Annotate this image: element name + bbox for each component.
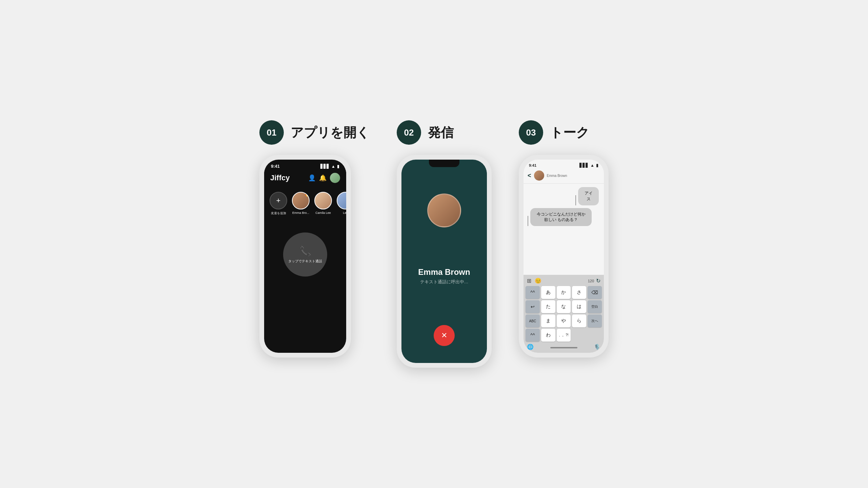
phone-2-shell: Emma Brown テキスト通話に呼出中… ✕ xyxy=(397,155,492,368)
wifi-icon: ▲ xyxy=(331,164,335,169)
key-a[interactable]: あ xyxy=(541,286,555,299)
phone-3-screen: 9:41 ▋▋▋ ▲ ▮ < Emma Brown xyxy=(524,160,604,353)
app-title: Jiffcy xyxy=(270,174,290,182)
key-ka[interactable]: か xyxy=(557,286,571,299)
chat-time: 9:41 xyxy=(529,163,536,167)
chat-header: < Emma Brown xyxy=(524,169,604,184)
friend-item-1[interactable]: 🔥 Emma Bro... xyxy=(292,192,310,215)
call-label: タップでテキスト通話 xyxy=(288,259,322,264)
message-divider-2 xyxy=(528,216,528,226)
message-divider xyxy=(575,195,576,205)
phone-1-screen: 9:41 ▋▋▋ ▲ ▮ Jiffcy 👤 🔔 xyxy=(264,160,346,353)
friend-avatar-3 xyxy=(337,192,346,209)
add-friend-button[interactable]: + xyxy=(270,192,287,209)
home-indicator xyxy=(550,347,577,348)
friend-avatar-2 xyxy=(314,192,332,209)
key-ta[interactable]: た xyxy=(541,300,555,313)
friend-name-3: Leo xyxy=(343,211,346,215)
char-counter: 120 xyxy=(588,279,594,283)
contact-name: Emma Brown xyxy=(547,174,567,178)
contact-avatar xyxy=(534,170,544,181)
key-space[interactable]: 空白 xyxy=(588,300,602,313)
key-shift[interactable]: ^^ xyxy=(526,286,540,299)
add-friend-item[interactable]: + 友達を追加 xyxy=(270,192,287,216)
calling-status: テキスト通話に呼出中… xyxy=(418,279,470,285)
friends-row: + 友達を追加 🔥 Emma Bro... Camila Lee xyxy=(264,185,346,219)
signal-icon: ▋▋▋ xyxy=(320,164,330,169)
main-container: 01 アプリを開く 9:41 ▋▋▋ ▲ ▮ Jiffcy xyxy=(232,100,636,388)
key-ya[interactable]: や xyxy=(557,314,571,327)
step-1-header: 01 アプリを開く xyxy=(259,120,370,145)
chat-signal-icons: ▋▋▋ ▲ ▮ xyxy=(579,163,598,168)
key-ra[interactable]: ら xyxy=(572,314,586,327)
contact-info: Emma Brown xyxy=(547,174,567,178)
app-header: Jiffcy 👤 🔔 xyxy=(264,170,346,185)
key-return[interactable]: ↩ xyxy=(526,300,540,313)
person-add-icon[interactable]: 👤 xyxy=(308,174,316,182)
chat-status-bar: 9:41 ▋▋▋ ▲ ▮ xyxy=(524,160,604,169)
key-shift-2[interactable]: ^^ xyxy=(526,329,540,342)
calling-avatar xyxy=(427,194,461,227)
phone-2-screen: Emma Brown テキスト通話に呼出中… ✕ xyxy=(401,160,487,363)
keyboard-grid-icon[interactable]: ⊞ xyxy=(527,278,531,284)
step-2: 02 発信 Emma Brown テキスト通話に呼出中… ✕ xyxy=(397,120,492,368)
chat-battery-icon: ▮ xyxy=(596,163,598,168)
signal-icons-1: ▋▋▋ ▲ ▮ xyxy=(320,164,339,169)
key-ha[interactable]: は xyxy=(572,300,586,313)
phone-icon: 📞 xyxy=(299,246,311,257)
phone-3-shell: 9:41 ▋▋▋ ▲ ▮ < Emma Brown xyxy=(519,155,609,358)
step-1-number: 01 xyxy=(259,120,284,145)
key-punct[interactable]: 、。?! xyxy=(557,329,571,342)
phone-1-shell: 9:41 ▋▋▋ ▲ ▮ Jiffcy 👤 🔔 xyxy=(259,155,351,358)
chat-signal-icon: ▋▋▋ xyxy=(579,163,589,168)
message-2: 今コンビニなんだけど何か欲しい ものある？ xyxy=(530,208,592,226)
sticker-icon[interactable]: 😊 xyxy=(535,278,541,284)
end-call-icon: ✕ xyxy=(441,331,447,340)
step-3-number: 03 xyxy=(519,120,543,145)
keyboard-toolbar: ⊞ 😊 120 ↻ xyxy=(526,278,602,286)
keyboard-grid: ^^ あ か さ ⌫ ↩ た な は 空白 ABC ま や xyxy=(526,286,602,342)
end-call-button[interactable]: ✕ xyxy=(434,325,455,346)
message-1: アイス xyxy=(578,187,599,205)
friend-item-3[interactable]: Leo xyxy=(337,192,346,215)
globe-icon[interactable]: 🌐 xyxy=(527,344,534,350)
mic-icon[interactable]: 🎙️ xyxy=(594,344,600,350)
step-3-title: トーク xyxy=(550,124,589,141)
notch-1 xyxy=(290,160,320,167)
step-3: 03 トーク 9:41 ▋▋▋ ▲ ▮ < xyxy=(519,120,609,358)
friend-name-1: Emma Bro... xyxy=(292,211,309,215)
friend-avatar-1: 🔥 xyxy=(292,192,310,209)
step-1: 01 アプリを開く 9:41 ▋▋▋ ▲ ▮ Jiffcy xyxy=(259,120,370,358)
key-backspace[interactable]: ⌫ xyxy=(588,286,602,299)
friend-name-2: Camila Lee xyxy=(315,211,331,215)
add-friend-label: 友達を追加 xyxy=(271,211,286,216)
key-next[interactable]: 次へ xyxy=(588,314,602,327)
friend-item-2[interactable]: Camila Lee xyxy=(314,192,332,215)
call-section: 📞 タップでテキスト通話 xyxy=(264,219,346,283)
step-2-title: 発信 xyxy=(428,124,454,141)
key-sa[interactable]: さ xyxy=(572,286,586,299)
key-na[interactable]: な xyxy=(557,300,571,313)
toolbar-left: ⊞ 😊 xyxy=(527,278,541,284)
step-2-number: 02 xyxy=(397,120,421,145)
header-icons: 👤 🔔 xyxy=(308,173,340,183)
user-avatar[interactable] xyxy=(330,173,340,183)
toolbar-right: 120 ↻ xyxy=(588,278,600,284)
notch-2 xyxy=(429,160,459,167)
time-1: 9:41 xyxy=(271,164,280,169)
key-abc[interactable]: ABC xyxy=(526,314,540,327)
refresh-icon[interactable]: ↻ xyxy=(596,278,600,284)
calling-info: Emma Brown テキスト通話に呼出中… xyxy=(418,267,470,285)
fire-emoji: 🔥 xyxy=(304,192,310,197)
step-1-title: アプリを開く xyxy=(291,124,370,141)
call-button[interactable]: 📞 タップでテキスト通話 xyxy=(283,232,327,277)
chat-messages: アイス 今コンビニなんだけど何か欲しい ものある？ xyxy=(524,184,604,275)
step-2-header: 02 発信 xyxy=(397,120,454,145)
key-wa[interactable]: わ xyxy=(541,329,555,342)
back-button[interactable]: < xyxy=(528,172,531,179)
key-ma[interactable]: ま xyxy=(541,314,555,327)
keyboard-bottom: 🌐 🎙️ xyxy=(526,342,602,350)
battery-icon: ▮ xyxy=(337,164,339,169)
bell-icon[interactable]: 🔔 xyxy=(319,174,327,182)
step-3-header: 03 トーク xyxy=(519,120,589,145)
